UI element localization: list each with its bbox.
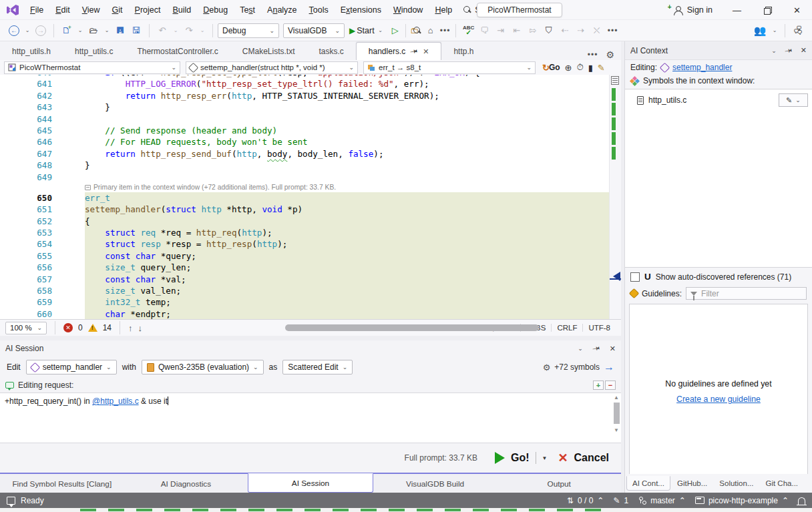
globe-icon[interactable]: ⊕: [565, 63, 572, 73]
previous-bookmark-button[interactable]: ⇠: [558, 23, 572, 39]
code-line-648[interactable]: 648}: [0, 160, 609, 171]
repository-selector[interactable]: picow-http-example ⌃: [695, 496, 789, 505]
code-line-659[interactable]: 659 int32_t temp;: [0, 296, 609, 308]
warning-icon[interactable]: [88, 324, 97, 332]
close-panel-button[interactable]: ✕: [801, 46, 807, 55]
menu-file[interactable]: File: [24, 0, 49, 20]
close-button[interactable]: ✕: [782, 0, 812, 20]
minimize-button[interactable]: —: [722, 0, 752, 20]
next-bookmark-button[interactable]: ⇢: [574, 23, 588, 39]
panel-tab-output[interactable]: Output: [497, 474, 621, 493]
code-line-652[interactable]: 652{: [0, 216, 609, 227]
editing-request-input[interactable]: +http_req_query_int() in @http_utils.c &…: [0, 393, 621, 443]
code-line-642[interactable]: 642 return http_resp_err(http, HTTP_STAT…: [0, 90, 609, 101]
scrollbar-thumb[interactable]: [285, 324, 539, 331]
save-button[interactable]: 🖪: [113, 23, 128, 39]
side-tab-ai-cont-[interactable]: AI Cont...: [626, 476, 670, 491]
scroll-down-icon[interactable]: ▼: [614, 427, 619, 433]
toolbar-overflow-button[interactable]: •••: [438, 23, 453, 39]
menu-window[interactable]: Window: [387, 0, 429, 20]
save-all-button[interactable]: 🖫: [129, 23, 144, 39]
sync-commits-button[interactable]: ⇅ 0 / 0 ⌃: [567, 496, 604, 505]
previous-issue-button[interactable]: ↑: [128, 323, 133, 333]
warning-count[interactable]: 14: [103, 323, 112, 332]
start-debugging-button[interactable]: ▶ Start ⌄: [347, 23, 388, 39]
menu-debug[interactable]: Debug: [197, 0, 234, 20]
code-line-654[interactable]: 654 struct resp *resp = http_resp(http);: [0, 238, 609, 250]
auto-references-checkbox[interactable]: [630, 272, 640, 282]
start-dropdown[interactable]: ⌄: [376, 23, 385, 39]
menu-git[interactable]: Git: [106, 0, 129, 20]
cancel-button[interactable]: ✕ Cancel: [558, 451, 609, 465]
tab-settings-gear-icon[interactable]: ⚙: [606, 49, 614, 60]
attach-to-process-button[interactable]: ⌂: [423, 23, 438, 39]
remove-request-button[interactable]: −: [605, 380, 616, 390]
go-button[interactable]: Go! ▼: [495, 452, 547, 464]
side-tab-github-[interactable]: GitHub...: [672, 477, 713, 490]
solution-search-box[interactable]: PicoWThermostat: [477, 3, 562, 17]
send-feedback-button[interactable]: 🗫: [791, 23, 805, 39]
new-file-button[interactable]: 🗋+: [59, 23, 74, 39]
decrease-indent-button[interactable]: ⇤: [510, 23, 524, 39]
file-reference-link[interactable]: @http_utils.c: [92, 397, 139, 406]
code-line-657[interactable]: 657 const char *val;: [0, 274, 609, 285]
code-line-647[interactable]: 647 return http_resp_send_buf(http, body…: [0, 148, 609, 160]
document-tab-tasks.c[interactable]: tasks.c: [307, 43, 356, 60]
document-tab-http_utils.h[interactable]: http_utils.h: [0, 43, 63, 60]
code-line-660[interactable]: 660 char *endptr;: [0, 308, 609, 319]
copilot-dropdown[interactable]: ⌄: [770, 23, 779, 39]
symbols-gear-icon[interactable]: ⚙: [543, 362, 551, 372]
symbol-dropdown[interactable]: err_t → s8_t ⌄: [363, 61, 536, 74]
edit-pencil-icon[interactable]: ✎: [598, 63, 605, 73]
function-scope-dropdown[interactable]: settemp_handler(struct http *, void *) ⌄: [186, 61, 358, 74]
open-file-dropdown[interactable]: ⌄: [102, 23, 112, 39]
menu-help[interactable]: Help: [429, 0, 458, 20]
sign-in-button[interactable]: + Sign in: [664, 5, 722, 15]
document-tab-CMakeLists.txt[interactable]: CMakeLists.txt: [230, 43, 307, 60]
undo-dropdown[interactable]: ⌄: [171, 23, 180, 39]
code-line-655[interactable]: 655 const char *query;: [0, 250, 609, 262]
zoom-dropdown[interactable]: 100 %⌄: [5, 322, 47, 334]
close-tab-icon[interactable]: ✕: [423, 47, 429, 56]
copilot-badge-button[interactable]: 👥: [753, 23, 767, 39]
guidelines-filter-input[interactable]: Filter: [686, 287, 807, 300]
menu-view[interactable]: View: [76, 0, 106, 20]
document-tab-http.h[interactable]: http.h: [441, 43, 485, 60]
menu-analyze[interactable]: Analyze: [261, 0, 302, 20]
code-editor[interactable]: 640 if ((err = http_resp_set_type_ltrl(r…: [0, 75, 621, 319]
open-file-button[interactable]: 🗁: [86, 23, 101, 39]
encoding[interactable]: UTF-8: [582, 324, 616, 332]
navigate-back-button[interactable]: ←: [7, 23, 21, 39]
add-request-button[interactable]: +: [593, 380, 604, 390]
code-line-646[interactable]: 646 // For HEAD requests, body won't be …: [0, 136, 609, 148]
menu-extensions[interactable]: Extensions: [335, 0, 387, 20]
redo-dropdown[interactable]: ⌄: [198, 23, 207, 39]
menu-tools[interactable]: Tools: [303, 0, 335, 20]
pending-edits-button[interactable]: ✎ 1: [613, 496, 628, 505]
line-ending[interactable]: CRLF: [551, 324, 582, 332]
spell-check-button[interactable]: ABC✓: [461, 23, 476, 39]
branch-selector[interactable]: master ⌃: [638, 496, 686, 505]
notifications-bell-icon[interactable]: [798, 497, 805, 505]
project-dropdown[interactable]: PicoWThermostat ⌄: [4, 61, 180, 74]
code-line-658[interactable]: 658 size_t val_len;: [0, 285, 609, 296]
menu-project[interactable]: Project: [129, 0, 167, 20]
document-tab-ThermostatController.c[interactable]: ThermostatController.c: [125, 43, 230, 60]
tab-overflow-button[interactable]: •••: [588, 50, 598, 59]
edit-target-dropdown[interactable]: settemp_handler ⌄: [26, 360, 117, 374]
code-line-649[interactable]: 649: [0, 172, 609, 183]
model-dropdown[interactable]: Qwen3-235B (evaluation) ⌄: [142, 360, 264, 374]
pin-icon[interactable]: 📌︎: [783, 44, 795, 56]
navigate-back-dropdown[interactable]: ⌄: [23, 23, 32, 39]
file-edit-mode-dropdown[interactable]: ✎⌄: [779, 93, 808, 107]
navigate-forward-button[interactable]: →: [33, 23, 48, 39]
menu-build[interactable]: Build: [167, 0, 198, 20]
new-file-dropdown[interactable]: ⌄: [75, 23, 85, 39]
code-line-653[interactable]: 653 struct req *req = http_req(http);: [0, 227, 609, 238]
scrollbar-thumb[interactable]: [614, 403, 620, 424]
toggle-comment-button[interactable]: 🗨: [477, 23, 492, 39]
code-line-645[interactable]: 645 // Send response (header and body): [0, 125, 609, 136]
code-line-643[interactable]: 643 }: [0, 101, 609, 113]
request-scrollbar[interactable]: ▲ ▼: [611, 393, 621, 443]
panel-tab-visualgdb-build[interactable]: VisualGDB Build: [373, 474, 497, 493]
